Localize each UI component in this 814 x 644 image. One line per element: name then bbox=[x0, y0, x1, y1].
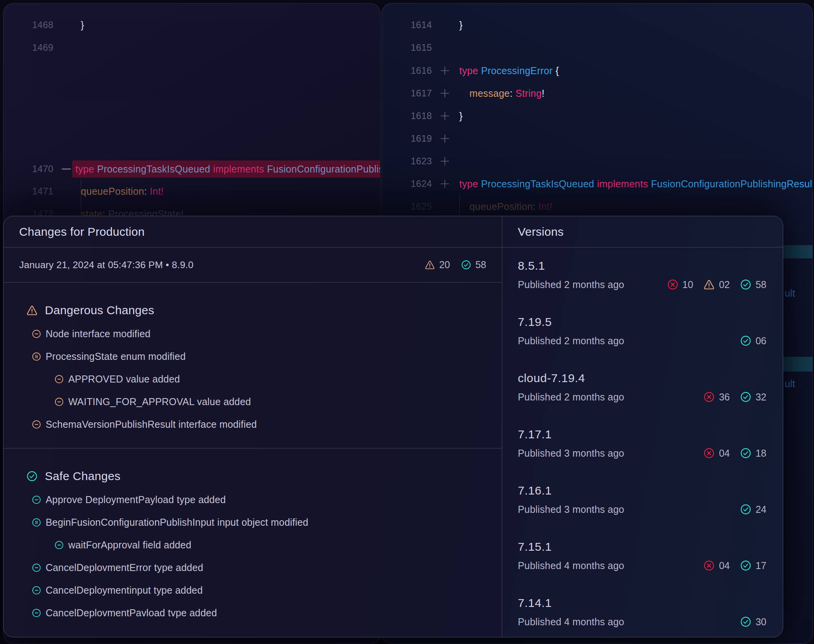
warnings-badge: 20 bbox=[425, 259, 450, 270]
version-item[interactable]: 8.5.1Published 2 months ago100258 bbox=[502, 248, 783, 304]
checks-badge: 58 bbox=[461, 259, 486, 270]
change-item: APPROVED value added bbox=[4, 368, 502, 390]
version-item[interactable]: 7.16.1Published 3 months ago24 bbox=[502, 473, 783, 529]
release-meta-row: January 21, 2024 at 05:47:36 PM • 8.9.0 … bbox=[4, 247, 502, 283]
code-text: queuePosition: Int! bbox=[81, 186, 164, 197]
change-item-label: Approve DeploymentPayload type added bbox=[46, 494, 226, 505]
diff-marker bbox=[436, 87, 454, 100]
version-item[interactable]: 7.17.1Published 3 months ago0418 bbox=[502, 416, 783, 473]
change-item-label: CancelDeplovmentPavload tvpe added bbox=[46, 607, 217, 619]
check-circle-icon bbox=[740, 335, 752, 347]
checks-badge: 58 bbox=[740, 279, 766, 290]
change-item-label: Node interface modified bbox=[46, 328, 151, 340]
code-text: } bbox=[459, 110, 463, 122]
line-number: 1619 bbox=[382, 133, 432, 144]
change-item: Approve DeploymentPayload type added bbox=[4, 488, 502, 511]
line-number: 1471 bbox=[4, 186, 53, 197]
change-item: CancelDeplovmentError type added bbox=[4, 556, 502, 579]
plus-marker-icon bbox=[439, 64, 451, 77]
version-badges: 0418 bbox=[703, 447, 766, 459]
code-text: } bbox=[81, 20, 84, 31]
code-line: 1625queuePosition: Int! bbox=[382, 195, 812, 218]
version-badges: 100258 bbox=[667, 279, 766, 290]
change-item-label: WAITING_FOR_APPROVAL value added bbox=[68, 396, 251, 407]
checks-count: 06 bbox=[755, 335, 766, 347]
version-item[interactable]: cloud-7.19.4Published 2 months ago3632 bbox=[502, 360, 783, 416]
code-line: 1614} bbox=[382, 14, 812, 36]
errors-count: 10 bbox=[682, 279, 693, 290]
diff-marker bbox=[436, 64, 454, 77]
warnings-count: 20 bbox=[439, 259, 450, 270]
version-badges: 0417 bbox=[703, 560, 766, 571]
version-item[interactable]: 7.19.5Published 2 months ago06 bbox=[502, 304, 783, 360]
version-title: 7.19.5 bbox=[518, 315, 766, 329]
version-title: 8.5.1 bbox=[518, 259, 766, 273]
line-number: 1470 bbox=[4, 164, 53, 174]
code-line: 1468} bbox=[4, 14, 380, 36]
code-line: 1471queuePosition: Int! bbox=[4, 180, 380, 203]
minus-circle-icon bbox=[32, 563, 41, 573]
code-text: queuePosition: Int! bbox=[459, 201, 553, 212]
checks-count: 58 bbox=[755, 279, 766, 290]
diff-marker bbox=[436, 132, 454, 145]
pause-circle-icon bbox=[32, 518, 41, 527]
checks-badge: 17 bbox=[740, 560, 766, 571]
version-title: 7.17.1 bbox=[518, 427, 766, 441]
version-title: cloud-7.19.4 bbox=[518, 371, 766, 385]
change-item-label: ProcessingState enum modified bbox=[46, 351, 186, 362]
diff-marker bbox=[436, 178, 454, 190]
errors-badge: 04 bbox=[703, 560, 730, 571]
changes-modal: Changes for Production January 21, 2024 … bbox=[3, 216, 783, 637]
checks-count: 58 bbox=[475, 259, 486, 270]
check-circle-icon bbox=[740, 279, 752, 290]
checks-count: 18 bbox=[755, 448, 766, 459]
x-circle-icon bbox=[703, 447, 715, 459]
code-text: } bbox=[459, 20, 463, 31]
check-circle-icon bbox=[740, 503, 752, 515]
code-line: 1470type ProcessingTaskIsQueued implemen… bbox=[4, 158, 380, 180]
code-line: 1616type ProcessingError { bbox=[382, 59, 812, 82]
change-item: waitForApproval field added bbox=[4, 534, 502, 556]
plus-marker-icon bbox=[439, 110, 451, 122]
version-item[interactable]: 7.15.1Published 4 months ago0417 bbox=[502, 529, 783, 585]
checks-badge: 30 bbox=[740, 616, 766, 628]
checks-badge: 32 bbox=[740, 391, 766, 403]
versions-list[interactable]: 8.5.1Published 2 months ago1002587.19.5P… bbox=[502, 248, 783, 637]
versions-panel-title: Versions bbox=[518, 225, 563, 238]
change-item-label: APPROVED value added bbox=[68, 374, 180, 385]
version-published: Published 2 months ago bbox=[518, 279, 624, 290]
changes-section: Safe ChangesApprove DeploymentPayload ty… bbox=[4, 448, 502, 637]
change-item: CancelDeploymentinput type added bbox=[4, 579, 502, 601]
version-item[interactable]: 7.14.1Published 4 months ago30 bbox=[502, 585, 783, 637]
code-text: type ProcessingTaskIsQueued implements F… bbox=[459, 178, 812, 190]
warning-triangle-icon bbox=[26, 304, 38, 316]
change-item: SchemaVersionPublishResult interface mod… bbox=[4, 413, 502, 436]
code-line: 1615 bbox=[382, 36, 812, 59]
warnings-badge: 02 bbox=[703, 279, 730, 290]
minus-marker-icon bbox=[60, 162, 73, 176]
checks-badge: 06 bbox=[740, 335, 766, 347]
line-number: 1614 bbox=[382, 20, 432, 30]
check-circle-icon bbox=[461, 260, 471, 270]
code-text: message: String! bbox=[459, 88, 544, 99]
check-circle-icon bbox=[740, 616, 752, 628]
change-item-label: waitForApproval field added bbox=[68, 539, 191, 551]
minus-circle-icon bbox=[54, 540, 64, 550]
code-line: 1469 bbox=[4, 36, 380, 59]
change-item-label: CancelDeplovmentError type added bbox=[46, 562, 203, 573]
diff-marker bbox=[436, 155, 454, 167]
checks-count: 24 bbox=[755, 504, 766, 515]
change-item: WAITING_FOR_APPROVAL value added bbox=[4, 390, 502, 413]
line-number: 1468 bbox=[4, 20, 53, 30]
release-meta-badges: 20 58 bbox=[425, 259, 486, 270]
changes-section-heading: Dangerous Changes bbox=[4, 298, 502, 322]
errors-count: 36 bbox=[719, 391, 730, 403]
warning-triangle-icon bbox=[703, 279, 715, 290]
errors-count: 04 bbox=[719, 448, 730, 459]
line-number: 1616 bbox=[382, 65, 432, 76]
plus-marker-icon bbox=[439, 87, 451, 100]
minus-circle-icon bbox=[32, 608, 41, 618]
minus-circle-icon bbox=[32, 495, 41, 505]
checks-count: 17 bbox=[755, 560, 766, 571]
versions-panel: Versions 8.5.1Published 2 months ago1002… bbox=[502, 216, 783, 637]
